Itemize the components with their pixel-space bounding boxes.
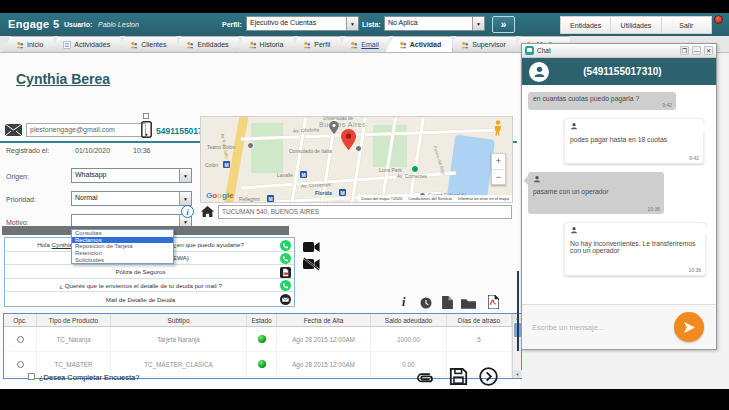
perfil-select[interactable]: Ejecutivo de Cuentas ▼ (246, 16, 359, 31)
zoom-out-button[interactable]: − (492, 170, 505, 185)
entidades-button[interactable]: Entidades (561, 17, 611, 33)
message-time: 9:42 (662, 102, 672, 108)
map-report-link[interactable]: Informar un error en el mapa (458, 196, 509, 201)
table-row-radio[interactable] (4, 327, 37, 352)
minimize-icon[interactable]: — (692, 46, 701, 55)
chat-contact-phone: (5491155017310) (549, 66, 696, 77)
radio-icon[interactable] (17, 336, 24, 343)
cell-fecha: Ago 28 2015 12:00AM (277, 352, 371, 377)
video-camera-off-icon[interactable] (303, 257, 320, 271)
tab-clientes[interactable]: Clientes (116, 36, 178, 53)
map-water (447, 135, 495, 202)
tab-actividades[interactable]: Actividades (49, 36, 122, 53)
next-button-icon[interactable] (479, 367, 498, 386)
map-data-copyright: Datos del mapa ©2020 (361, 196, 402, 201)
tab-historia[interactable]: Historia (235, 36, 296, 53)
whatsapp-icon[interactable] (280, 253, 291, 264)
chevron-down-icon: ▼ (179, 192, 191, 205)
map-label-city: Buenos Aires (319, 121, 366, 128)
person-icon (533, 175, 541, 183)
person-icon (303, 41, 311, 49)
col-header[interactable]: Opc. (4, 314, 37, 327)
home-icon[interactable] (201, 206, 214, 217)
radio-icon[interactable] (17, 361, 24, 368)
col-header[interactable]: Tipo de Producto (37, 314, 111, 327)
chat-message-input[interactable]: Escribe un mensaje... (532, 323, 604, 332)
motivo-label: Motivo: (6, 219, 29, 226)
col-header[interactable]: Saldo adeudado (371, 314, 447, 327)
quick-reply-row[interactable]: Mail de Detalle de Deuda (5, 292, 294, 306)
top-buttons-strip: Entidades Utilidades Salir (560, 16, 712, 34)
map-attribution: Datos del mapa ©2020 Condiciones del Ser… (358, 195, 512, 202)
tab-supervisor[interactable]: Supervisor (447, 36, 517, 53)
lista-label: Lista: (362, 21, 381, 28)
map-pin-icon (341, 129, 356, 150)
map-avenue (221, 116, 250, 203)
whatsapp-icon[interactable] (280, 280, 291, 291)
quick-reply-row[interactable]: Póliza de Seguros (5, 265, 294, 279)
email-field[interactable]: plestonengage@gmail.com (26, 123, 146, 137)
origen-select[interactable]: Whatsapp ▼ (71, 168, 192, 183)
info-icon[interactable]: i (181, 205, 194, 218)
gray-pin-icon (329, 121, 339, 134)
scroll-down-icon[interactable]: ▼ (513, 370, 522, 378)
close-icon[interactable]: ✕ (704, 46, 713, 55)
activity-panel: Cynthia Berea plestonengage@gmail.com 54… (0, 53, 520, 389)
customer-name[interactable]: Cynthia Berea (16, 71, 110, 87)
map[interactable]: Universidad de Buenos Aires Av. Córdoba … (200, 116, 513, 203)
encuesta-checkbox[interactable] (28, 373, 35, 380)
col-header[interactable]: Días de atraso (447, 314, 512, 327)
pegman-icon[interactable] (493, 120, 503, 136)
address-field[interactable]: TUCUMAN 540, BUENOS AIRES (218, 205, 512, 219)
status-green-icon (258, 335, 266, 343)
tab-email[interactable]: Email (336, 36, 391, 53)
lista-select[interactable]: No Aplica ▼ (384, 16, 485, 31)
mobile-checkbox[interactable] (143, 113, 149, 119)
map-label-florida: Florida (315, 190, 332, 196)
dropdown-option[interactable]: Reposicion de Tarjeta (72, 243, 173, 250)
tab-actividad[interactable]: Actividad (385, 36, 454, 53)
dropdown-option[interactable]: Solicitudes (72, 256, 173, 263)
cell-estado (247, 327, 277, 352)
file-icon[interactable] (442, 296, 453, 309)
col-header[interactable]: Estado (247, 314, 277, 327)
dropdown-option-selected[interactable]: Reclamos (72, 237, 173, 244)
person-icon (461, 41, 469, 49)
prioridad-select[interactable]: Normal ▼ (71, 191, 192, 206)
map-label-pellegrini: Pellegrini (239, 196, 260, 202)
pdf-icon[interactable] (280, 267, 291, 278)
restore-icon[interactable]: ❐ (680, 46, 689, 55)
col-header[interactable]: Fecha de Alta (277, 314, 371, 327)
prioridad-label: Prioridad: (6, 196, 36, 203)
person-icon (570, 122, 578, 130)
send-button[interactable] (674, 312, 704, 342)
info-italic-icon[interactable]: i (402, 295, 405, 310)
whatsapp-icon[interactable] (280, 240, 291, 251)
zoom-in-button[interactable]: + (492, 154, 505, 170)
map-label-colon: Colón (205, 162, 218, 168)
pdf-file-icon[interactable] (488, 295, 499, 309)
go-button[interactable]: » (492, 16, 515, 33)
tab-perfil[interactable]: Perfil (289, 36, 342, 53)
clock-icon[interactable] (420, 297, 432, 309)
salir-button[interactable]: Salir (662, 17, 711, 33)
video-camera-icon[interactable] (303, 241, 320, 253)
tab-inicio[interactable]: Inicio (2, 36, 55, 53)
mail-icon[interactable] (280, 294, 291, 305)
col-header[interactable]: Subtipo (111, 314, 247, 327)
attach-paperclip-icon[interactable] (415, 370, 437, 386)
dropdown-option[interactable]: Retencion (72, 250, 173, 257)
tab-entidades[interactable]: Entidades (172, 36, 240, 53)
encuesta-label: ¿Desea Completar Encuesta? (39, 373, 139, 382)
chat-title-bar[interactable]: Chat ❐ — ✕ (522, 44, 716, 58)
metro-icon: M (267, 195, 274, 202)
map-terms-link[interactable]: Condiciones del Servicio (408, 196, 452, 201)
folder-icon[interactable] (461, 298, 476, 309)
message-time: 10:36 (647, 206, 660, 212)
save-icon[interactable] (449, 367, 468, 386)
utilidades-button[interactable]: Utilidades (611, 17, 661, 33)
top-bar: Engage 5 Usuario: Pablo Leston Perfil: E… (0, 13, 729, 36)
chat-input-bar: Escribe un mensaje... (522, 304, 716, 349)
dropdown-option[interactable]: Consultas (72, 230, 173, 237)
quick-reply-row[interactable]: ¿ Querés que te enviemos el detalle de t… (5, 279, 294, 293)
